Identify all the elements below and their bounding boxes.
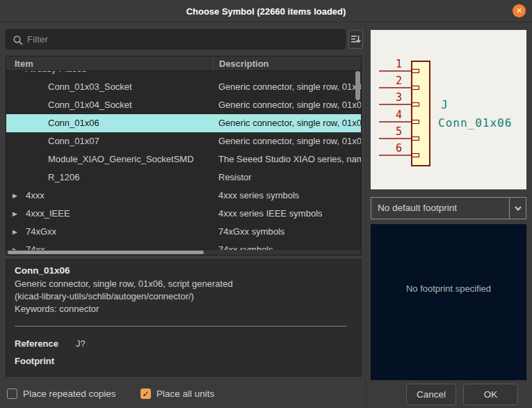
tree-item-label: 4xxx	[6, 187, 213, 205]
details-divider	[15, 326, 347, 327]
tree-header: Item Description	[6, 56, 361, 71]
horizontal-scrollbar-thumb[interactable]	[8, 251, 204, 254]
field-row-footprint: Footprint	[15, 356, 353, 366]
close-glyph: ✕	[516, 6, 522, 15]
svg-text:5: 5	[396, 125, 402, 138]
filter-input[interactable]	[27, 31, 340, 48]
tree-item-description	[213, 71, 361, 78]
field-row-reference: ReferenceJ?	[15, 338, 353, 349]
symbol-keywords: Keywords: connector	[15, 303, 353, 315]
checkbox-label: Place all units	[156, 389, 214, 399]
tree-item-description: Resistor	[213, 168, 361, 187]
checkbox-label: Place repeated copies	[23, 389, 116, 399]
sort-descending-button[interactable]	[348, 30, 363, 49]
field-value: J?	[76, 338, 86, 349]
symbol-preview-panel[interactable]: 1 2 3 4 5 6 J Conn_01x06	[371, 30, 526, 189]
tree-item-description: Generic connector, single row, 01x0	[213, 78, 361, 96]
tree-body: ▾Already Placed Conn_01x03_Socket Generi…	[6, 71, 361, 250]
tree-item-description: 74xGxx symbols	[213, 223, 361, 241]
sort-descending-icon	[350, 34, 361, 45]
place-repeated-copies-checkbox[interactable]: Place repeated copies	[7, 389, 116, 399]
tree-item-description: Generic connector, single row, 01x0	[213, 96, 361, 114]
collapse-arrow-icon[interactable]: ▶	[13, 205, 17, 223]
tree-item-description: 4xxx series symbols	[213, 187, 361, 205]
symbol-details-panel: Conn_01x06 Generic connector, single row…	[6, 259, 362, 377]
checkbox-unchecked-icon	[7, 389, 17, 399]
choose-symbol-dialog: Choose Symbol (22660 items loaded) ✕ Ite…	[0, 0, 532, 408]
close-icon[interactable]: ✕	[513, 4, 526, 17]
symbol-description-line: (kicad-library-utils/schlib/autogen/conn…	[15, 290, 353, 303]
tree-row[interactable]: Conn_01x04_Socket Generic connector, sin…	[6, 96, 361, 114]
vertical-scrollbar-thumb[interactable]	[355, 71, 360, 100]
tree-item-description: The Seeed Studio XIAO series, nam	[213, 150, 361, 168]
field-label: Footprint	[15, 356, 76, 366]
horizontal-scrollbar[interactable]	[6, 250, 361, 255]
tree-row[interactable]: Module_XIAO_Generic_SocketSMD The Seeed …	[6, 150, 361, 168]
cancel-button[interactable]: Cancel	[406, 384, 456, 405]
place-all-units-checkbox[interactable]: ✓ Place all units	[140, 389, 214, 399]
tree-row[interactable]: ▶4xxx 4xxx series symbols	[6, 187, 361, 205]
search-icon	[13, 35, 24, 46]
svg-text:3: 3	[396, 91, 402, 104]
tree-row[interactable]: ▶4xxx_IEEE 4xxx series IEEE symbols	[6, 205, 361, 223]
tree-item-label: R_1206	[6, 168, 213, 187]
symbol-value: Conn_01x06	[438, 116, 512, 130]
tree-item-label: Already Placed	[6, 71, 213, 78]
symbol-description-line: Generic connector, single row, 01x06, sc…	[15, 278, 353, 290]
svg-text:1: 1	[396, 58, 402, 70]
checkmark-glyph: ✓	[142, 389, 149, 399]
tree-item-label: Module_XIAO_Generic_SocketSMD	[6, 150, 213, 168]
checkbox-checked-icon: ✓	[140, 389, 151, 399]
footprint-select-value: No default footprint	[378, 198, 457, 219]
tree-item-label: 74xGxx	[6, 223, 213, 241]
svg-text:2: 2	[396, 74, 402, 87]
tree-row-already-placed[interactable]: ▾Already Placed	[6, 71, 361, 78]
tree-item-description: 4xxx series IEEE symbols	[213, 205, 361, 223]
column-header-item[interactable]: Item	[6, 56, 213, 71]
tree-item-description: 74xx symbols	[213, 241, 361, 250]
titlebar: Choose Symbol (22660 items loaded) ✕	[0, 0, 532, 22]
tree-row[interactable]: ▶74xGxx 74xGxx symbols	[6, 223, 361, 241]
tree-item-label: Conn_01x07	[6, 132, 213, 150]
tree-row[interactable]: Conn_01x03_Socket Generic connector, sin…	[6, 78, 361, 96]
tree-item-label: 4xxx_IEEE	[6, 205, 213, 223]
svg-text:6: 6	[396, 142, 402, 155]
dialog-title: Choose Symbol (22660 items loaded)	[186, 6, 346, 17]
tree-row-selected[interactable]: Conn_01x06 Generic connector, single row…	[6, 114, 361, 132]
tree-item-label: Conn_01x06	[6, 114, 213, 132]
ok-button[interactable]: OK	[463, 384, 518, 405]
pane-divider[interactable]	[366, 23, 366, 408]
symbol-body	[412, 61, 430, 166]
chevron-down-icon	[509, 198, 526, 219]
field-label: Reference	[15, 338, 76, 349]
symbol-reference: J	[441, 98, 448, 111]
symbol-name: Conn_01x06	[15, 265, 353, 276]
collapse-arrow-icon[interactable]: ▶	[13, 187, 17, 205]
collapse-arrow-icon[interactable]: ▶	[13, 223, 17, 241]
footprint-preview-message: No footprint specified	[406, 283, 491, 294]
tree-row[interactable]: R_1206 Resistor	[6, 168, 361, 187]
pin-numbers: 1 2 3 4 5 6	[396, 58, 402, 155]
column-header-description[interactable]: Description	[213, 56, 361, 71]
svg-text:4: 4	[396, 109, 402, 121]
tree-item-description: Generic connector, single row, 01x0	[213, 114, 361, 132]
collapse-arrow-icon[interactable]: ▶	[13, 241, 17, 250]
tree-item-description: Generic connector, single row, 01x0	[213, 132, 361, 150]
footprint-preview-panel[interactable]: No footprint specified	[371, 224, 526, 380]
tree-row[interactable]: Conn_01x07 Generic connector, single row…	[6, 132, 361, 150]
symbol-preview-canvas: 1 2 3 4 5 6 J Conn_01x06	[371, 30, 526, 189]
footprint-select[interactable]: No default footprint	[371, 197, 526, 219]
tree-item-label: Conn_01x04_Socket	[6, 96, 213, 114]
tree-item-label: Conn_01x03_Socket	[6, 78, 213, 96]
symbol-tree: Item Description ▾Already Placed Conn_01…	[6, 56, 362, 256]
tree-row[interactable]: ▶74xx 74xx symbols	[6, 241, 361, 250]
expand-arrow-icon[interactable]: ▾	[13, 71, 16, 78]
filter-box	[6, 29, 346, 49]
tree-item-label: 74xx	[6, 241, 213, 250]
